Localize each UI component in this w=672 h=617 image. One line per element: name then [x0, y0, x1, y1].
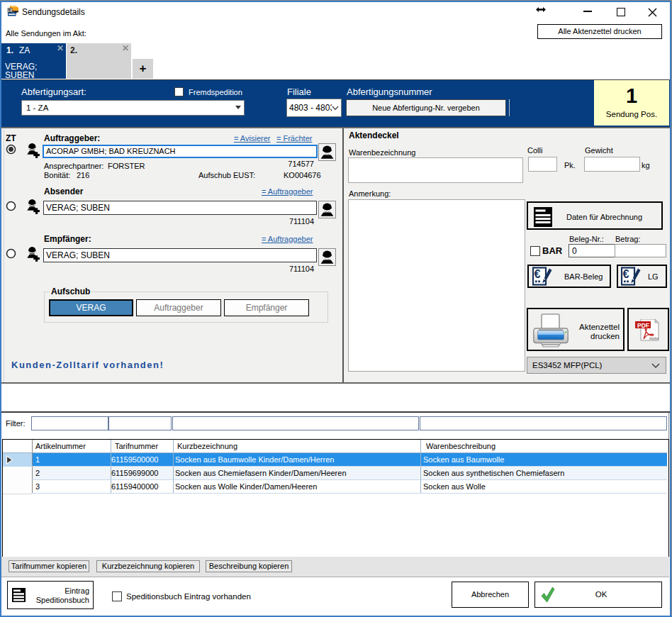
svg-text:PDF: PDF — [637, 322, 649, 329]
svg-text:€: € — [534, 268, 541, 280]
svg-text:Adobe: Adobe — [649, 337, 659, 340]
svg-text:€: € — [623, 268, 629, 280]
